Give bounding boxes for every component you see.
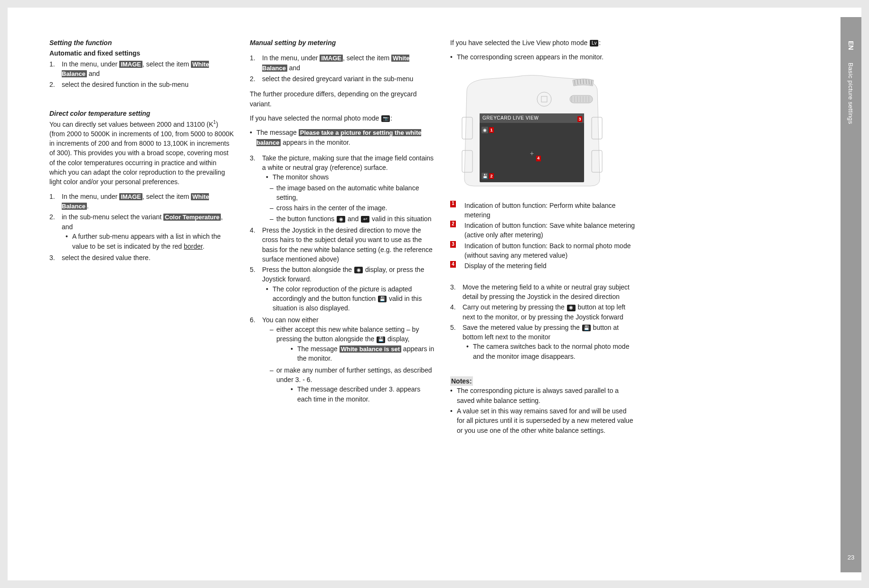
menu-color-temperature: Color Temperature <box>163 214 221 221</box>
heading-auto-fixed: Automatic and fixed settings <box>49 48 235 58</box>
save-icon: 💾 <box>582 325 591 331</box>
camera-mode-icon: 📷 <box>381 115 390 122</box>
eye-icon: ◉ <box>567 305 576 311</box>
paragraph-normal-mode: If you have selected the normal photo mo… <box>250 113 435 123</box>
language-code: EN <box>847 41 855 50</box>
column-1: Setting the function Automatic and fixed… <box>49 38 235 436</box>
text: In the menu, under <box>62 60 119 68</box>
screen-header: GREYCARD LIVE VIEW ↶ <box>480 113 584 123</box>
heading-setting-function: Setting the function <box>49 38 235 47</box>
indicator-1: 1 <box>489 127 494 133</box>
indicator-3: 3 <box>577 116 582 122</box>
list-direct-color: 1.In the menu, under IMAGE, select the i… <box>49 192 235 263</box>
section-name: Basic picture settings <box>847 63 854 124</box>
menu-image: IMAGE <box>119 61 142 68</box>
svg-rect-6 <box>570 95 593 103</box>
manual-page: EN Basic picture settings 23 Setting the… <box>8 8 861 580</box>
paragraph-procedure-differs: The further procedure differs, depending… <box>250 89 435 109</box>
list-liveview-steps: 3.Move the metering field to a white or … <box>450 282 635 362</box>
camera-diagram: GREYCARD LIVE VIEW ↶ ◉ 1 3 + 4 💾 2 <box>450 70 614 187</box>
heading-direct-color-temp: Direct color temperature setting <box>49 109 235 118</box>
save-hud-icon: 💾 <box>482 173 488 179</box>
indicator-4: 4 <box>536 156 541 161</box>
content-columns: Setting the function Automatic and fixed… <box>8 8 861 455</box>
eye-icon: ◉ <box>354 267 363 273</box>
msg-wb-set: White balance is set <box>340 345 401 353</box>
list-manual-1: 1.In the menu, under IMAGE, select the i… <box>250 53 435 84</box>
page-number: 23 <box>841 554 861 561</box>
indicator-2: 2 <box>489 173 494 179</box>
liveview-mode-icon: Lv <box>590 40 598 47</box>
return-icon: ↩ <box>361 216 369 223</box>
heading-manual-metering: Manual setting by metering <box>250 38 435 47</box>
eye-hud-icon: ◉ <box>482 127 488 133</box>
list-auto-fixed: 1.In the menu, under IMAGE, select the i… <box>49 59 235 90</box>
paragraph-kelvin-range: You can directly set values between 2000… <box>49 119 235 187</box>
column-3: If you have selected the Live View photo… <box>450 38 635 436</box>
camera-screen: GREYCARD LIVE VIEW ↶ ◉ 1 3 + 4 💾 2 <box>480 113 584 182</box>
crosshair-icon: + <box>529 150 535 157</box>
eye-icon: ◉ <box>337 216 345 223</box>
paragraph-liveview-mode: If you have selected the Live View photo… <box>450 38 635 47</box>
diagram-legend: 1Indication of button function: Perform … <box>450 201 635 271</box>
column-2: Manual setting by metering 1.In the menu… <box>250 38 435 436</box>
side-tab: EN Basic picture settings 23 <box>841 17 861 572</box>
text: select the desired function in the sub-m… <box>62 80 235 89</box>
notes-list: The corresponding picture is always save… <box>446 386 635 435</box>
text: , select the item <box>142 60 191 68</box>
notes-heading: Notes: <box>450 376 473 386</box>
save-icon: 💾 <box>377 336 385 343</box>
menu-image: IMAGE <box>119 193 142 200</box>
text: and <box>87 70 100 77</box>
list-manual-2: 3. Take the picture, making sure that th… <box>250 153 435 406</box>
save-icon: 💾 <box>378 296 387 302</box>
menu-image: IMAGE <box>320 55 343 62</box>
